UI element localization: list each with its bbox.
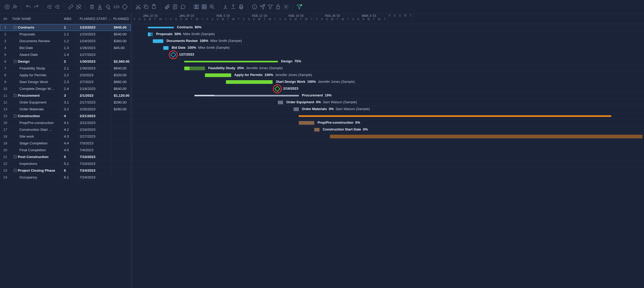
col-wbs[interactable]: WBS <box>62 17 78 21</box>
bar-label: 1/27/2023 <box>179 52 194 56</box>
summary-bar[interactable] <box>299 115 611 117</box>
autonumber-label[interactable]: 123 <box>112 5 120 9</box>
task-name: Final Completion <box>19 148 46 152</box>
table-row[interactable]: 20Final Completion4.57/4/2023 <box>0 147 131 154</box>
print-icon[interactable] <box>238 3 245 10</box>
task-bar[interactable] <box>184 67 205 70</box>
table-row[interactable]: 11−Procurement32/1/2023$1,120.00 <box>0 92 131 99</box>
table-row[interactable]: 22Inspections5.17/10/2023 <box>0 160 131 167</box>
col-all[interactable]: All <box>0 17 10 21</box>
task-bar[interactable] <box>278 101 283 104</box>
svg-rect-9 <box>194 5 196 9</box>
gantt-row <box>132 147 644 154</box>
font-icon[interactable] <box>96 3 103 10</box>
table-row[interactable]: 8Apply for Permits2.22/3/2023$320.00 <box>0 72 131 79</box>
summary-bar[interactable] <box>194 95 299 96</box>
table-row[interactable]: 15−Construction42/21/2023 <box>0 113 131 119</box>
attachment-icon[interactable] <box>164 3 171 10</box>
link-icon[interactable] <box>67 3 74 10</box>
table-row[interactable]: 18Site work4.32/27/2023 <box>0 133 131 140</box>
send-icon[interactable] <box>259 3 266 10</box>
paste-icon[interactable] <box>150 3 157 10</box>
task-name: Project Closing Phase <box>18 169 55 172</box>
lock-icon[interactable] <box>275 3 282 10</box>
table-row[interactable]: 9Start Design Work2.32/7/2023$960.00 <box>0 79 131 85</box>
task-bar[interactable] <box>205 73 231 77</box>
task-bar[interactable] <box>294 107 299 111</box>
columns-icon[interactable] <box>193 3 200 10</box>
col-start[interactable]: PLANNED START … <box>78 17 112 21</box>
copy-icon[interactable] <box>143 3 149 10</box>
gantt-row <box>132 167 644 174</box>
collapse-icon[interactable]: − <box>14 169 17 172</box>
info-icon[interactable] <box>251 3 258 10</box>
undo-icon[interactable] <box>25 3 32 10</box>
import-icon[interactable] <box>222 3 229 10</box>
task-bar[interactable] <box>163 46 169 50</box>
svg-rect-2 <box>122 4 128 9</box>
summary-bar[interactable] <box>184 61 278 62</box>
task-name: Bid Date <box>19 46 33 50</box>
table-row[interactable]: 7Feasibility Study2.11/30/2023$640.00 <box>0 65 131 72</box>
fill-icon[interactable] <box>104 3 111 10</box>
svg-rect-12 <box>202 4 207 9</box>
table-row[interactable]: 6−Design21/30/2023$2,560.00 <box>0 58 131 65</box>
redo-icon[interactable] <box>33 3 40 10</box>
gantt-row: Design 75% <box>132 58 644 65</box>
table-row[interactable]: 12Order Equipment3.12/17/2023$280.00 <box>0 99 131 106</box>
task-bar[interactable] <box>314 128 320 132</box>
unlink-icon[interactable] <box>75 3 82 10</box>
collapse-icon[interactable]: − <box>14 26 17 29</box>
svg-rect-5 <box>145 6 148 9</box>
grid-icon[interactable] <box>201 3 208 10</box>
task-bar[interactable] <box>330 135 642 138</box>
collapse-icon[interactable]: − <box>14 155 17 158</box>
task-name: Apply for Permits <box>19 73 46 77</box>
add-user-icon[interactable] <box>12 3 18 10</box>
export-icon[interactable] <box>230 3 237 10</box>
task-name: Inspections <box>19 162 37 166</box>
task-name: Stage Completion <box>19 141 47 145</box>
collapse-icon[interactable]: − <box>14 60 17 63</box>
task-bar[interactable] <box>153 39 163 43</box>
col-cost[interactable]: PLANNED <box>112 17 131 21</box>
note-icon[interactable] <box>172 3 178 10</box>
table-row[interactable]: 19Stage Completion4.47/3/2023 <box>0 140 131 147</box>
indent-icon[interactable] <box>54 3 61 10</box>
table-row[interactable]: 17Construction Start …4.22/24/2023 <box>0 126 131 133</box>
collapse-icon[interactable]: − <box>14 94 17 97</box>
comment-icon[interactable] <box>180 3 186 10</box>
task-name: Proposals <box>19 32 35 36</box>
outdent-icon[interactable] <box>46 3 53 10</box>
table-row[interactable]: 23−Project Closing Phase67/24/2023 <box>0 167 131 174</box>
task-bar[interactable] <box>148 32 153 36</box>
filter-icon[interactable] <box>267 3 274 10</box>
table-row[interactable]: 5Award Date1.41/27/2023 <box>0 51 131 58</box>
cut-icon[interactable] <box>135 3 142 10</box>
add-icon[interactable] <box>4 3 10 10</box>
task-name: Post Construction <box>18 155 48 159</box>
tag-icon[interactable] <box>121 3 128 10</box>
gantt-row: Prep/Pre-construction 0% <box>132 119 644 126</box>
table-row[interactable]: 16Prep/Pre-construction4.12/21/2023 <box>0 119 131 126</box>
delete-icon[interactable] <box>89 3 95 10</box>
table-row[interactable]: 13Order Materials3.22/20/2023$280.00 <box>0 106 131 113</box>
table-row[interactable]: 3Documents Review1.21/24/2023$360.00 <box>0 38 131 45</box>
table-row[interactable]: 4Bid Date1.31/26/2023$45.00 <box>0 45 131 51</box>
bar-label: Design 75% <box>281 59 301 63</box>
task-bar[interactable] <box>226 80 273 84</box>
table-row[interactable]: 2Proposals1.11/23/2023$540.00 <box>0 31 131 38</box>
zoom-icon[interactable] <box>209 3 215 10</box>
collapse-icon[interactable]: − <box>14 115 17 117</box>
task-name: Construction Start … <box>19 128 52 132</box>
task-name: Documents Review <box>19 39 50 43</box>
table-row[interactable]: 24Occupancy6.17/24/2023 <box>0 174 131 181</box>
task-bar[interactable] <box>299 121 315 125</box>
summary-bar[interactable] <box>148 27 174 28</box>
settings-icon[interactable] <box>283 3 289 10</box>
table-row[interactable]: 21−Post Construction57/10/2023 <box>0 154 131 160</box>
table-row[interactable]: 10Complete Design W…2.42/16/2023$640.00 <box>0 85 131 92</box>
col-name[interactable]: TASK NAME <box>10 17 62 21</box>
table-row[interactable]: 1−Contracts11/23/2023$945.00 <box>0 24 131 31</box>
filter-active-icon[interactable] <box>296 3 303 10</box>
